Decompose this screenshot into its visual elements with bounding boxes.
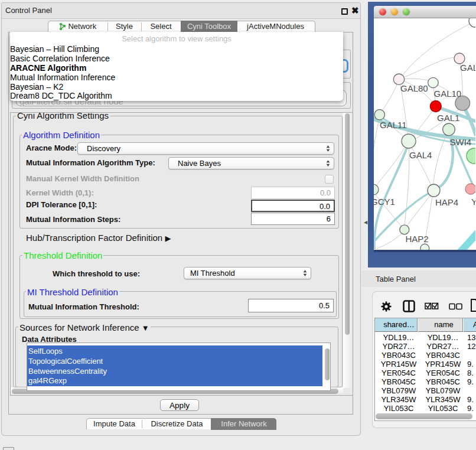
svg-text:Y: Y xyxy=(471,197,475,207)
svg-text:GAL11: GAL11 xyxy=(380,120,407,130)
svg-text:SWI4: SWI4 xyxy=(450,137,472,147)
svg-text:HAP4: HAP4 xyxy=(435,197,458,207)
svg-text:GAL: GAL xyxy=(460,63,475,73)
svg-text:GAL10: GAL10 xyxy=(434,89,462,99)
svg-text:GAL1: GAL1 xyxy=(437,113,459,123)
svg-text:GAL4: GAL4 xyxy=(409,150,432,160)
svg-text:GCY1: GCY1 xyxy=(374,197,395,207)
svg-text:HAP2: HAP2 xyxy=(406,234,429,244)
svg-text:GAL80: GAL80 xyxy=(400,83,428,93)
